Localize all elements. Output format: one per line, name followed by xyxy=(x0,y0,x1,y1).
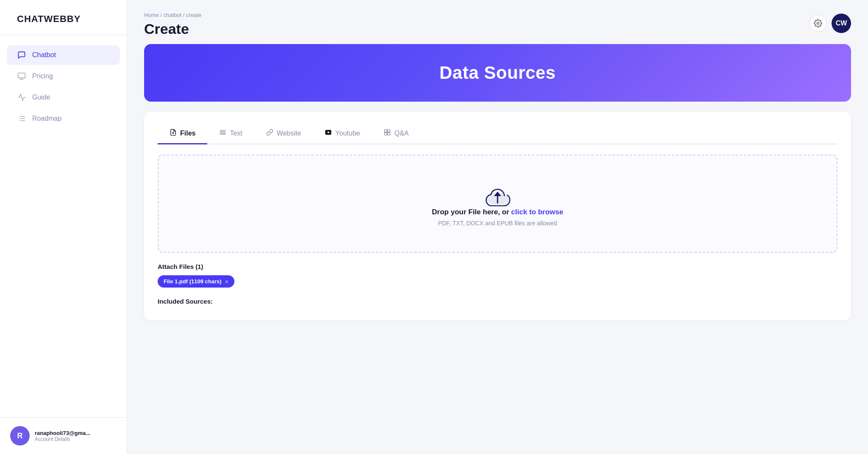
header-right: CW xyxy=(810,14,851,33)
files-tab-icon xyxy=(170,129,177,138)
sidebar-pricing-label: Pricing xyxy=(32,72,53,80)
text-tab-icon xyxy=(219,129,226,138)
files-tab-label: Files xyxy=(180,130,195,137)
sidebar-item-roadmap[interactable]: Roadmap xyxy=(7,109,120,128)
sidebar-item-chatbot[interactable]: Chatbot xyxy=(7,45,120,65)
svg-rect-20 xyxy=(385,133,387,135)
text-tab-label: Text xyxy=(230,130,242,137)
svg-rect-18 xyxy=(385,130,387,132)
dropzone-main-text: Drop your File here, or click to browse xyxy=(432,208,563,216)
sidebar-chatbot-label: Chatbot xyxy=(32,51,56,59)
svg-rect-0 xyxy=(18,73,25,78)
sidebar: CHATWEBBY Chatbot Pricing xyxy=(0,0,127,454)
included-sources-section: Included Sources: xyxy=(158,298,837,305)
youtube-tab-icon xyxy=(325,129,332,138)
tab-files[interactable]: Files xyxy=(158,124,207,144)
breadcrumb: Home / chatbot / create xyxy=(144,12,201,18)
main-content: Home / chatbot / create Create CW Data S… xyxy=(127,0,868,454)
chatbot-icon xyxy=(17,50,26,60)
svg-rect-21 xyxy=(388,133,390,135)
tab-text[interactable]: Text xyxy=(207,124,254,144)
attach-files-section: Attach Files (1) File 1.pdf (1109 chars)… xyxy=(158,263,837,288)
file-chip-name: File 1.pdf (1109 chars) xyxy=(164,278,222,285)
header: Home / chatbot / create Create CW xyxy=(127,0,868,44)
app-logo: CHATWEBBY xyxy=(0,0,127,35)
tabs-bar: Files Text Website xyxy=(158,124,837,144)
file-dropzone[interactable]: Drop your File here, or click to browse … xyxy=(158,155,837,253)
account-details-link[interactable]: Account Details xyxy=(35,436,90,442)
roadmap-icon xyxy=(17,114,26,123)
sidebar-roadmap-label: Roadmap xyxy=(32,115,61,122)
banner-title: Data Sources xyxy=(163,63,832,83)
file-chip-close[interactable]: × xyxy=(225,278,229,285)
dropzone-subtext: PDF, TXT, DOCX and EPUB files are allowe… xyxy=(438,220,557,227)
user-email: ranaphooli73@gma... xyxy=(35,430,90,436)
svg-rect-19 xyxy=(388,130,390,132)
svg-point-9 xyxy=(817,22,819,25)
website-tab-icon xyxy=(266,129,273,138)
upload-cloud-icon xyxy=(482,181,513,208)
tab-qna[interactable]: Q&A xyxy=(372,124,420,144)
user-avatar-header[interactable]: CW xyxy=(832,14,851,33)
file-chip[interactable]: File 1.pdf (1109 chars) × xyxy=(158,275,234,288)
sidebar-nav: Chatbot Pricing Guide xyxy=(0,35,127,417)
tab-youtube[interactable]: Youtube xyxy=(313,124,372,144)
tab-website[interactable]: Website xyxy=(254,124,313,144)
user-account[interactable]: R ranaphooli73@gma... Account Details xyxy=(0,417,127,454)
sidebar-item-guide[interactable]: Guide xyxy=(7,88,120,107)
qna-tab-icon xyxy=(384,129,391,138)
user-info: ranaphooli73@gma... Account Details xyxy=(35,430,90,442)
attach-label: Attach Files (1) xyxy=(158,263,837,270)
data-sources-banner: Data Sources xyxy=(144,44,851,102)
sidebar-item-pricing[interactable]: Pricing xyxy=(7,66,120,86)
pricing-icon xyxy=(17,72,26,81)
qna-tab-label: Q&A xyxy=(394,130,409,137)
header-left: Home / chatbot / create Create xyxy=(144,12,201,37)
included-sources-label: Included Sources: xyxy=(158,298,837,305)
sidebar-guide-label: Guide xyxy=(32,94,50,101)
avatar: R xyxy=(10,426,30,446)
settings-button[interactable] xyxy=(810,15,826,32)
website-tab-label: Website xyxy=(277,130,301,137)
page-title: Create xyxy=(144,21,201,37)
content-panel: Files Text Website xyxy=(144,112,851,320)
browse-link[interactable]: click to browse xyxy=(511,208,563,216)
youtube-tab-label: Youtube xyxy=(335,130,360,137)
guide-icon xyxy=(17,93,26,102)
